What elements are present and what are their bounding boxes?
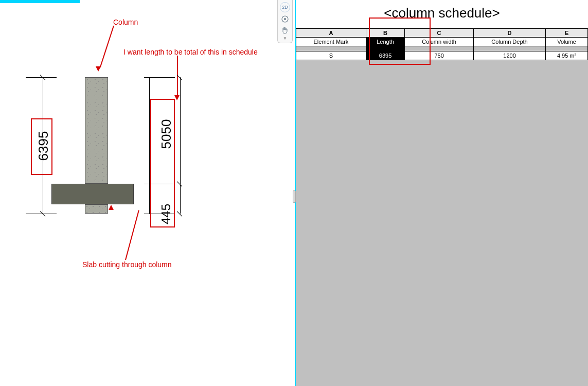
- dim-diag: [177, 75, 183, 80]
- pan-hand-icon[interactable]: [280, 25, 290, 36]
- toolbar-expand-icon[interactable]: ▼: [283, 36, 287, 41]
- slab-label-annotation: Slab cutting through column: [82, 260, 172, 269]
- header-element-mark[interactable]: Element Mark: [296, 38, 366, 46]
- dim-line-right-outer: [180, 77, 181, 214]
- svg-point-1: [284, 18, 286, 20]
- view-toolbar: 2D ▼: [277, 0, 293, 43]
- dim-tick: [26, 214, 57, 214]
- col-letter-c[interactable]: C: [405, 29, 474, 38]
- dim-tick: [144, 77, 175, 78]
- header-volume[interactable]: Volume: [546, 38, 588, 46]
- column-lower-segment: [85, 204, 108, 214]
- splitter-handle[interactable]: [293, 190, 296, 203]
- drawing-view-panel: 2D ▼ Column I want length to be total of…: [0, 0, 296, 386]
- dim-total-highlight: [31, 118, 52, 175]
- top-highlight-bar: [0, 0, 80, 3]
- column-drawing: 6395 5050 445: [41, 77, 195, 242]
- dim-line-right-inner: [149, 77, 150, 214]
- col-letter-a[interactable]: A: [296, 29, 366, 38]
- schedule-panel: <column schedule> A B C D E Element Mark…: [296, 0, 588, 386]
- dim-diag: [177, 181, 183, 187]
- cell-width[interactable]: 750: [405, 51, 474, 60]
- dim-right-highlight: [150, 99, 175, 227]
- col-letter-e[interactable]: E: [546, 29, 588, 38]
- column-label-annotation: Column: [113, 18, 138, 26]
- column-upper-segment: [85, 77, 108, 184]
- header-length[interactable]: Length: [366, 38, 404, 46]
- data-row: S 6395 750 1200 4.95 m³: [296, 51, 588, 60]
- dim-tick: [26, 77, 57, 78]
- header-column-depth[interactable]: Column Depth: [473, 38, 545, 46]
- column-arrow-line: [100, 26, 114, 67]
- col-letter-d[interactable]: D: [473, 29, 545, 38]
- cell-mark[interactable]: S: [296, 51, 366, 60]
- cell-volume[interactable]: 4.95 m³: [546, 51, 588, 60]
- col-letter-b[interactable]: B: [366, 29, 404, 38]
- schedule-title: <column schedule>: [296, 0, 588, 28]
- steering-wheel-icon[interactable]: [280, 14, 290, 24]
- gap-row: [296, 46, 588, 51]
- slab-element: [51, 184, 134, 204]
- cell-depth[interactable]: 1200: [473, 51, 545, 60]
- cell-length[interactable]: 6395: [366, 51, 404, 60]
- schedule-table[interactable]: A B C D E Element Mark Length Column wid…: [296, 28, 588, 60]
- view-2d-button[interactable]: 2D: [280, 2, 290, 12]
- length-note-annotation: I want length to be total of this in sch…: [123, 48, 258, 56]
- dim-diag: [177, 211, 183, 217]
- header-column-width[interactable]: Column width: [405, 38, 474, 46]
- header-row: Element Mark Length Column width Column …: [296, 38, 588, 46]
- column-letter-row: A B C D E: [296, 29, 588, 38]
- column-arrow-head: [96, 66, 101, 72]
